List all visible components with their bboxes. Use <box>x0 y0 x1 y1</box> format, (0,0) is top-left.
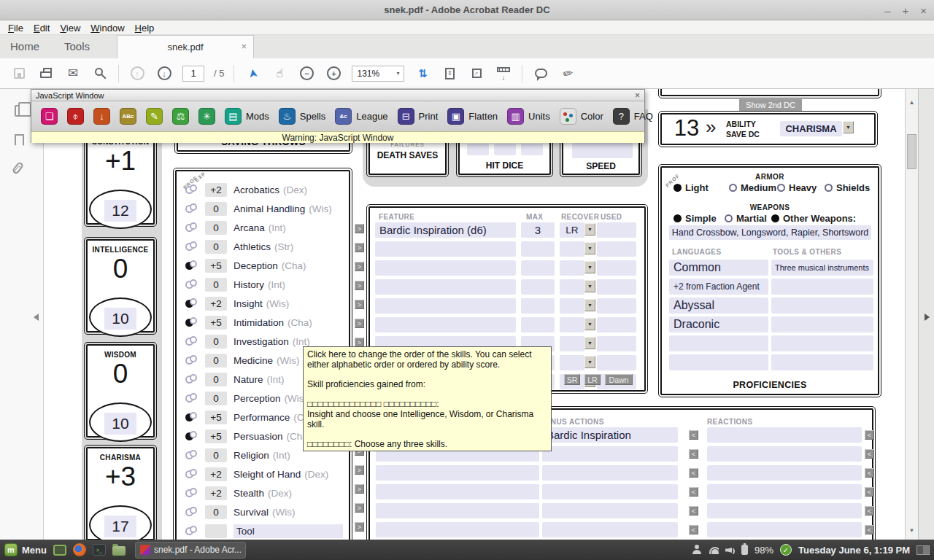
jsw-button-wheel[interactable]: ✳ <box>198 108 215 125</box>
ability-modifier-field[interactable]: +3 <box>88 462 153 492</box>
collapse-row-button[interactable]: < <box>865 487 874 497</box>
feature-max-field[interactable] <box>521 298 555 314</box>
tab-close-icon[interactable]: × <box>241 41 247 52</box>
recover-dropdown-button[interactable]: ▼ <box>584 356 595 368</box>
jsw-button-edit-pencil[interactable]: ✎ <box>146 108 163 125</box>
skill-prof-toggle[interactable] <box>185 413 205 421</box>
menu-file[interactable]: File <box>3 23 28 34</box>
ability-score-field[interactable]: 17 <box>104 516 136 537</box>
page-number-input[interactable]: 1 <box>182 66 204 82</box>
armor-option-medium[interactable]: Medium <box>729 182 776 193</box>
jsw-button-power[interactable]: ⌽ <box>67 108 84 125</box>
feature-max-field[interactable]: 3 <box>521 222 555 238</box>
collapse-row-button[interactable]: < <box>689 449 698 459</box>
tool-field[interactable] <box>771 335 873 351</box>
feature-used-field[interactable] <box>597 355 636 370</box>
recover-dropdown-button[interactable]: ▼ <box>584 242 595 254</box>
speed-field[interactable] <box>572 142 633 158</box>
show-desktop-icon[interactable] <box>53 545 66 556</box>
highlight-button[interactable]: ✐ <box>556 61 580 85</box>
expand-row-button[interactable]: > <box>355 224 364 233</box>
recover-dropdown-button[interactable]: ▼ <box>584 337 595 349</box>
recover-dropdown-button[interactable]: ▼ <box>584 223 595 236</box>
ability-modifier-field[interactable]: 0 <box>88 359 153 389</box>
next-page-button[interactable]: ↓ <box>155 65 173 82</box>
skill-value-field[interactable] <box>205 524 227 538</box>
menu-button[interactable]: m Menu <box>4 543 47 556</box>
collapse-row-button[interactable]: < <box>865 449 874 459</box>
skill-value-field[interactable]: 0 <box>205 392 227 405</box>
feature-name-field[interactable]: Bardic Inspiration (d6) <box>375 222 516 238</box>
scroll-down-arrow[interactable]: ▼ <box>907 526 916 535</box>
skill-prof-toggle[interactable] <box>185 394 205 402</box>
save-dc-ability-select[interactable]: CHARISMA <box>780 121 842 136</box>
taskbar-window-button[interactable]: snek.pdf - Adobe Acr... <box>135 542 246 559</box>
armor-option-light[interactable]: Light <box>674 182 709 193</box>
skill-value-field[interactable]: 0 <box>205 335 227 349</box>
save-button[interactable] <box>10 65 28 82</box>
tool-field[interactable] <box>771 354 873 370</box>
jsw-button-league[interactable]: &cLeague <box>335 108 387 125</box>
skill-value-field[interactable]: +5 <box>205 429 227 443</box>
recover-dropdown-button[interactable]: ▼ <box>584 280 595 292</box>
zoom-level-select[interactable]: 131%▾ <box>352 66 404 82</box>
skill-value-field[interactable]: 0 <box>205 202 227 216</box>
feature-recover-field[interactable] <box>560 317 584 332</box>
bonus-action-field[interactable] <box>542 503 678 518</box>
bonus-action-field[interactable]: Bardic Inspiration <box>542 427 678 443</box>
reset-sr-button[interactable]: SR <box>564 374 580 385</box>
javascript-window-close-icon[interactable]: × <box>635 90 640 101</box>
jsw-button-units[interactable]: ▥Units <box>507 108 550 125</box>
skill-prof-toggle[interactable] <box>185 243 205 251</box>
skill-value-field[interactable]: +5 <box>205 259 227 273</box>
hit-dice-field[interactable] <box>467 144 489 155</box>
expand-row-button[interactable]: > <box>355 522 364 532</box>
comment-button[interactable] <box>532 65 549 82</box>
ability-modifier-field[interactable]: 0 <box>88 254 153 284</box>
skill-value-field[interactable]: 0 <box>205 240 227 254</box>
reset-lr-button[interactable]: LR <box>584 374 601 385</box>
firefox-icon[interactable] <box>73 543 86 556</box>
language-field[interactable]: Common <box>669 260 768 276</box>
ability-score-field[interactable]: 10 <box>104 413 136 435</box>
dropdown-button[interactable]: ▼ <box>843 121 854 133</box>
jsw-button-spells[interactable]: ♨Spells <box>279 108 325 125</box>
expand-row-button[interactable]: > <box>355 281 364 290</box>
armor-option-shields[interactable]: Shields <box>825 182 870 193</box>
presentation-button[interactable] <box>495 65 512 82</box>
feature-recover-field[interactable] <box>560 336 584 351</box>
skill-value-field[interactable]: 0 <box>205 221 227 235</box>
feature-recover-field[interactable] <box>560 279 584 295</box>
feature-recover-field[interactable] <box>560 260 584 276</box>
save-dc-value[interactable]: 13 <box>668 115 706 141</box>
collapse-row-button[interactable]: < <box>689 525 698 534</box>
recover-dropdown-button[interactable]: ▼ <box>584 299 595 311</box>
skill-prof-toggle[interactable] <box>185 281 205 289</box>
ability-score-field[interactable]: 12 <box>104 200 136 222</box>
skill-prof-toggle[interactable] <box>185 319 205 327</box>
tab-home[interactable]: Home <box>10 40 39 52</box>
javascript-window-titlebar[interactable]: JavaScript Window × <box>31 90 644 101</box>
tool-field[interactable]: Three musical instruments <box>771 260 873 276</box>
feature-name-field[interactable] <box>375 260 516 276</box>
tab-document[interactable]: snek.pdf × <box>117 35 254 58</box>
jsw-button-documents[interactable]: ❏ <box>41 108 58 125</box>
expand-row-button[interactable]: > <box>355 503 364 513</box>
feature-recover-field[interactable]: LR <box>560 222 584 238</box>
recover-dropdown-button[interactable]: ▼ <box>584 261 595 273</box>
feature-recover-field[interactable] <box>560 355 584 370</box>
hit-dice-field[interactable] <box>494 144 516 155</box>
reaction-field[interactable] <box>707 484 862 499</box>
bonus-action-field[interactable] <box>542 484 678 499</box>
skill-value-field[interactable]: 0 <box>205 448 227 462</box>
skill-prof-toggle[interactable] <box>185 262 205 270</box>
menu-help[interactable]: Help <box>130 23 160 34</box>
collapse-row-button[interactable]: < <box>865 468 874 478</box>
action-field[interactable] <box>376 522 539 537</box>
expand-row-button[interactable]: > <box>355 300 364 309</box>
feature-used-field[interactable] <box>597 298 636 314</box>
zoom-in-button[interactable]: + <box>325 65 342 82</box>
collapse-row-button[interactable]: < <box>689 506 698 516</box>
recover-dropdown-button[interactable]: ▼ <box>584 318 595 330</box>
other-weapons-field[interactable]: Hand Crossbow, Longsword, Rapier, Shorts… <box>669 225 871 240</box>
